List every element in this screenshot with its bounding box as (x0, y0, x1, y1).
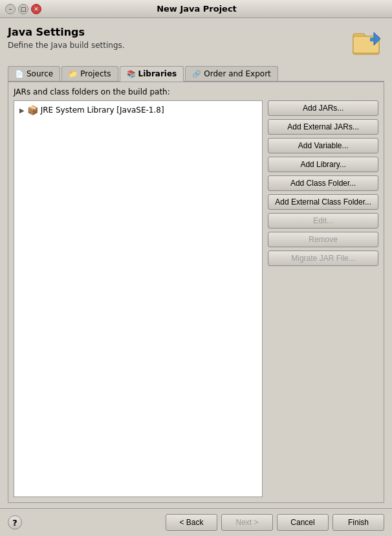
libraries-tab-icon: 📚 (127, 70, 136, 78)
tab-libraries[interactable]: 📚 Libraries (120, 66, 184, 82)
tree-expand-arrow: ▶ (19, 107, 25, 114)
main-content: Java Settings Define the Java build sett… (0, 18, 392, 508)
tab-projects-label: Projects (80, 69, 111, 78)
content-panel: JARs and class folders on the build path… (8, 82, 384, 503)
order-export-tab-icon: 🔗 (192, 70, 201, 78)
help-section: ? (8, 515, 22, 530)
jre-library-icon: 📦 (27, 105, 38, 115)
navigation-buttons: < Back Next > Cancel Finish (166, 514, 384, 531)
svg-rect-4 (370, 38, 374, 41)
tree-panel[interactable]: ▶ 📦 JRE System Library [JavaSE-1.8] (14, 100, 263, 497)
panel-label: JARs and class folders on the build path… (14, 87, 378, 96)
tree-item-jre[interactable]: ▶ 📦 JRE System Library [JavaSE-1.8] (17, 104, 259, 117)
add-class-folder-button[interactable]: Add Class Folder... (268, 175, 378, 191)
minimize-button[interactable]: – (5, 4, 16, 14)
tab-projects[interactable]: 📁 Projects (61, 66, 118, 81)
add-variable-button[interactable]: Add Variable... (268, 138, 378, 153)
titlebar: – □ ✕ New Java Project (0, 0, 392, 18)
bottom-bar: ? < Back Next > Cancel Finish (0, 508, 392, 536)
next-button[interactable]: Next > (221, 514, 273, 531)
window-title: New Java Project (41, 4, 352, 14)
tab-source-label: Source (27, 69, 53, 78)
help-button[interactable]: ? (8, 515, 22, 530)
action-buttons-panel: Add JARs... Add External JARs... Add Var… (268, 100, 378, 497)
remove-button[interactable]: Remove (268, 232, 378, 247)
tab-order-export[interactable]: 🔗 Order and Export (185, 66, 278, 81)
projects-tab-icon: 📁 (69, 70, 78, 78)
page-title: Java Settings (8, 26, 351, 38)
cancel-button[interactable]: Cancel (277, 514, 329, 531)
header-text: Java Settings Define the Java build sett… (8, 26, 351, 50)
back-button[interactable]: < Back (166, 514, 217, 531)
tab-bar: 📄 Source 📁 Projects 📚 Libraries 🔗 Order … (8, 66, 384, 82)
migrate-jar-button[interactable]: Migrate JAR File... (268, 251, 378, 266)
tab-source[interactable]: 📄 Source (8, 66, 60, 81)
page-subtitle: Define the Java build settings. (8, 41, 351, 50)
source-tab-icon: 📄 (15, 70, 24, 78)
add-external-class-folder-button[interactable]: Add External Class Folder... (268, 194, 378, 210)
add-jars-button[interactable]: Add JARs... (268, 100, 378, 116)
maximize-button[interactable]: □ (18, 4, 28, 14)
add-external-jars-button[interactable]: Add External JARs... (268, 119, 378, 135)
folder-icon (352, 27, 383, 58)
header-icon (351, 26, 384, 60)
finish-button[interactable]: Finish (332, 514, 384, 531)
page-header: Java Settings Define the Java build sett… (8, 26, 384, 60)
tab-libraries-label: Libraries (138, 69, 177, 78)
tab-order-export-label: Order and Export (204, 69, 271, 78)
panel-body: ▶ 📦 JRE System Library [JavaSE-1.8] Add … (14, 100, 378, 497)
jre-library-label: JRE System Library [JavaSE-1.8] (41, 106, 164, 115)
close-button[interactable]: ✕ (31, 4, 41, 14)
window-controls: – □ ✕ (5, 4, 41, 14)
edit-button[interactable]: Edit... (268, 213, 378, 229)
add-library-button[interactable]: Add Library... (268, 157, 378, 172)
